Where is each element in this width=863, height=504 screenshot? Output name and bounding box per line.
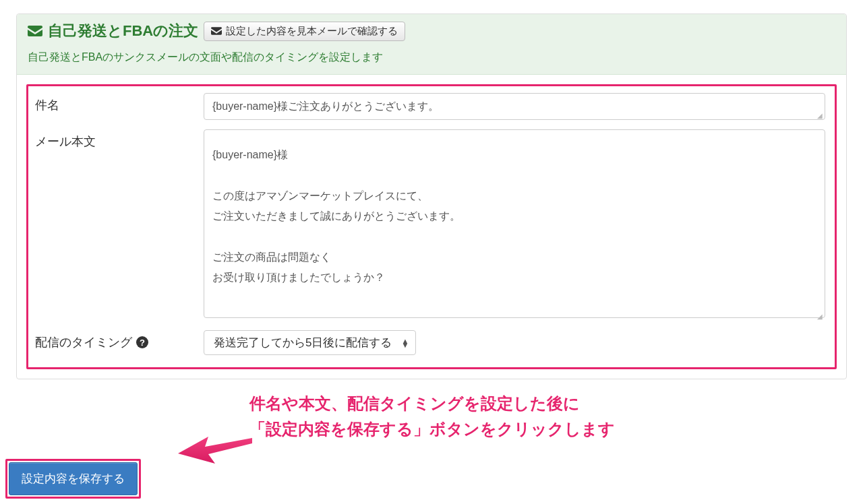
select-caret-icon: ▲▼ <box>401 339 409 347</box>
instruction-annotation: 件名や本文、配信タイミングを設定した後に 「設定内容を保存する」ボタンをクリック… <box>249 391 615 443</box>
body-label: メール本文 <box>35 129 204 150</box>
panel-body: 件名 ◢ メール本文 ◢ 配信のタイミング ? <box>17 75 846 379</box>
subject-input[interactable] <box>204 93 825 120</box>
highlight-box: 件名 ◢ メール本文 ◢ 配信のタイミング ? <box>26 84 837 369</box>
confirm-button-label: 設定した内容を見本メールで確認する <box>226 25 398 38</box>
timing-select-value: 発送完了してから5日後に配信する <box>214 335 392 350</box>
timing-label: 配信のタイミング ? <box>35 330 204 350</box>
panel-title: 自己発送とFBAの注文 <box>28 21 198 41</box>
subject-label: 件名 <box>35 93 204 113</box>
instruction-line2: 「設定内容を保存する」ボタンをクリックします <box>249 416 615 442</box>
envelope-icon <box>28 26 42 36</box>
mail-body-textarea[interactable] <box>204 129 825 318</box>
save-settings-button[interactable]: 設定内容を保存する <box>9 462 138 495</box>
panel-subtitle: 自己発送とFBAのサンクスメールの文面や配信のタイミングを設定します <box>28 51 835 65</box>
settings-panel: 自己発送とFBAの注文 設定した内容を見本メールで確認する 自己発送とFBAのサ… <box>16 13 847 379</box>
timing-label-text: 配信のタイミング <box>35 334 132 350</box>
panel-title-text: 自己発送とFBAの注文 <box>48 21 198 41</box>
arrow-icon <box>178 430 252 464</box>
confirm-sample-mail-button[interactable]: 設定した内容を見本メールで確認する <box>204 22 405 41</box>
svg-marker-0 <box>178 437 252 464</box>
help-icon[interactable]: ? <box>136 336 148 348</box>
panel-header: 自己発送とFBAの注文 設定した内容を見本メールで確認する 自己発送とFBAのサ… <box>17 14 846 75</box>
instruction-line1: 件名や本文、配信タイミングを設定した後に <box>249 391 615 416</box>
save-button-highlight: 設定内容を保存する <box>5 459 141 499</box>
save-button-label: 設定内容を保存する <box>22 472 125 485</box>
envelope-small-icon <box>211 27 222 35</box>
timing-select[interactable]: 発送完了してから5日後に配信する ▲▼ <box>204 330 416 355</box>
